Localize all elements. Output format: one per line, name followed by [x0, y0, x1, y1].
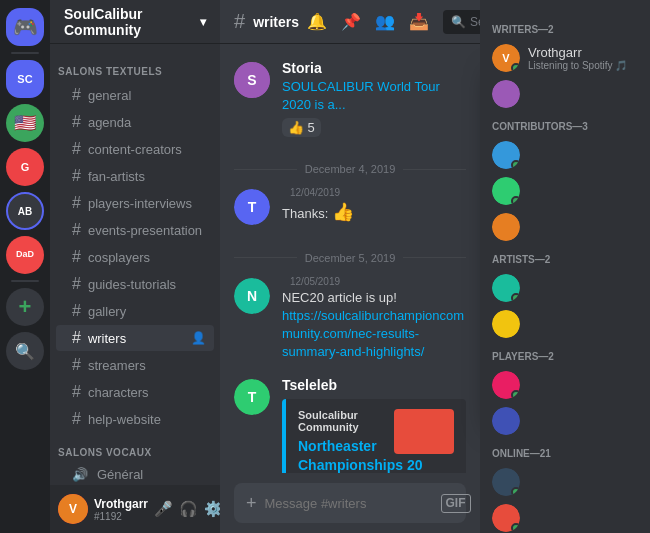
msg-reaction[interactable]: 👍 5 [282, 114, 466, 137]
hash-icon: # [72, 356, 81, 374]
online-dot-artist1 [511, 293, 520, 302]
msg-text-3: NEC20 article is up! [282, 289, 466, 307]
text-channels-category[interactable]: SALONS TEXTUELS [50, 52, 220, 81]
msg-text: SOULCALIBUR World Tour 2020 is a... [282, 78, 466, 114]
channel-item-agenda[interactable]: # agenda [56, 109, 214, 135]
channel-item-players-interviews[interactable]: # players-interviews [56, 190, 214, 216]
msg-header-3: 12/05/2019 [282, 276, 466, 287]
members-icon[interactable]: 👥 [375, 12, 395, 31]
member-avatar-contrib3 [492, 213, 520, 241]
channel-item-cosplayers[interactable]: # cosplayers [56, 244, 214, 270]
avatar-inner-writer2 [492, 80, 520, 108]
channel-name: Général [97, 467, 143, 482]
channel-name: players-interviews [88, 196, 192, 211]
hash-icon: # [72, 410, 81, 428]
channels-list: SALONS TEXTUELS # general # agenda # con… [50, 44, 220, 485]
hash-icon: # [72, 140, 81, 158]
channel-name: streamers [88, 358, 146, 373]
date-label-2: December 5, 2019 [305, 252, 396, 264]
date-line [234, 169, 297, 170]
deafen-icon[interactable]: 🎧 [179, 500, 198, 518]
member-item-contrib3[interactable] [488, 210, 642, 244]
member-item-online2[interactable] [488, 501, 642, 533]
member-item-player1[interactable] [488, 368, 642, 402]
online-dot-player1 [511, 390, 520, 399]
online-dot-contrib2 [511, 196, 520, 205]
server-separator [11, 52, 39, 54]
main-chat: # writers 🔔 📌 👥 📥 🔍 Search ❓ @ S [220, 0, 480, 533]
msg-link-nec[interactable]: https://soulcaliburchampioncommunity.com… [282, 308, 464, 359]
msg-header-4: Tseleleb [282, 377, 466, 393]
message-group-4: T Tseleleb Soulcalibur Community Northea… [234, 377, 466, 473]
username: Vrothgarr [94, 497, 148, 511]
hash-icon: # [72, 275, 81, 293]
member-info: Vrothgarr Listening to Spotify 🎵 [528, 45, 627, 71]
member-item-online1[interactable] [488, 465, 642, 499]
channel-item-general[interactable]: # general [56, 82, 214, 108]
inbox-icon[interactable]: 📥 [409, 12, 429, 31]
gif-button[interactable]: GIF [441, 494, 471, 513]
channel-item-writers[interactable]: # writers 👤 [56, 325, 214, 351]
server-icon-soulcalibur[interactable]: SC [6, 60, 44, 98]
member-item-contrib2[interactable] [488, 174, 642, 208]
server-icon-game1[interactable]: G [6, 148, 44, 186]
date-label: December 4, 2019 [305, 163, 396, 175]
date-line-4 [403, 257, 466, 258]
voice-channels-category[interactable]: SALONS VOCAUX [50, 433, 220, 462]
discord-home-button[interactable]: 🎮 [6, 8, 44, 46]
channel-item-guides-tutorials[interactable]: # guides-tutorials [56, 271, 214, 297]
channel-item-characters[interactable]: # characters [56, 379, 214, 405]
discord-icon: 🎮 [13, 15, 38, 39]
member-avatar-online1 [492, 468, 520, 496]
channel-item-gallery[interactable]: # gallery [56, 298, 214, 324]
member-item-artist2[interactable] [488, 307, 642, 341]
artists-category: ARTISTS—2 [488, 254, 642, 265]
msg-content: Storia SOULCALIBUR World Tour 2020 is a.… [282, 60, 466, 137]
msg-author-4: Tseleleb [282, 377, 337, 393]
channel-item-events-presentation[interactable]: # events-presentation [56, 217, 214, 243]
user-avatar[interactable]: V [58, 494, 88, 524]
server-name-bar[interactable]: SoulCalibur Community ▾ [50, 0, 220, 44]
chevron-down-icon: ▾ [200, 15, 206, 29]
channel-header-title: writers [253, 14, 299, 30]
mute-icon[interactable]: 🎤 [154, 500, 173, 518]
user-indicator-icon: 👤 [191, 331, 206, 345]
channel-item-streamers[interactable]: # streamers [56, 352, 214, 378]
bell-icon[interactable]: 🔔 [307, 12, 327, 31]
member-avatar-player1 [492, 371, 520, 399]
avatar-inner-2: T [234, 189, 270, 225]
member-item-vrothgarr[interactable]: V Vrothgarr Listening to Spotify 🎵 [488, 41, 642, 75]
channel-item-help-website[interactable]: # help-website [56, 406, 214, 432]
member-item-writer2[interactable] [488, 77, 642, 111]
server-initials-3: AB [18, 206, 32, 217]
channel-item-fan-artists[interactable]: # fan-artists [56, 163, 214, 189]
msg-link-wrap: https://soulcaliburchampioncommunity.com… [282, 307, 466, 362]
channel-item-content-creators[interactable]: # content-creators [56, 136, 214, 162]
channel-name: writers [88, 331, 126, 346]
hash-icon: # [72, 329, 81, 347]
member-item-player2[interactable] [488, 404, 642, 438]
add-attachment-button[interactable]: + [246, 493, 257, 514]
msg-avatar-3: N [234, 278, 270, 314]
flag-icon: 🇺🇸 [14, 112, 36, 134]
message-input[interactable] [265, 496, 433, 511]
date-divider-2: December 5, 2019 [234, 252, 466, 264]
reaction-badge[interactable]: 👍 5 [282, 118, 321, 137]
online-dot-contrib1 [511, 160, 520, 169]
channel-item-general-voice[interactable]: 🔊 Général [56, 463, 214, 485]
date-line-3 [234, 257, 297, 258]
pin-icon[interactable]: 📌 [341, 12, 361, 31]
msg-link[interactable]: SOULCALIBUR World Tour 2020 is a... [282, 79, 440, 112]
message-group: S Storia SOULCALIBUR World Tour 2020 is … [234, 60, 466, 137]
app-container: 🎮 SC 🇺🇸 G AB DaD + 🔍 SoulCalibur [0, 0, 650, 533]
add-server-button[interactable]: + [6, 288, 44, 326]
member-item-artist1[interactable] [488, 271, 642, 305]
member-item-contrib1[interactable] [488, 138, 642, 172]
server-separator-2 [11, 280, 39, 282]
server-icon-ab[interactable]: AB [6, 192, 44, 230]
msg-content-4: Tseleleb Soulcalibur Community Northeast… [282, 377, 466, 473]
explore-servers-button[interactable]: 🔍 [6, 332, 44, 370]
server-icon-dad[interactable]: DaD [6, 236, 44, 274]
plus-icon: + [19, 294, 32, 320]
server-icon-flag[interactable]: 🇺🇸 [6, 104, 44, 142]
